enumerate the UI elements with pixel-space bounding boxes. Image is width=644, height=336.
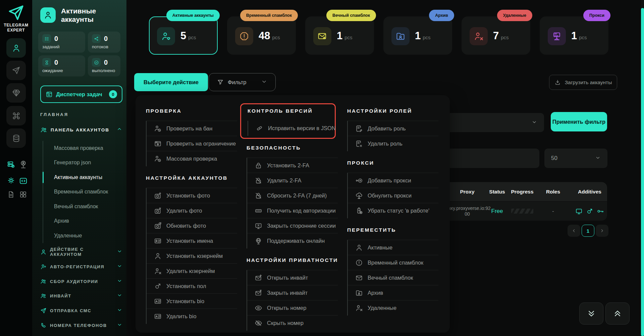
scroll-to-bottom-button[interactable]	[579, 302, 603, 325]
rail-document-button[interactable]	[7, 190, 15, 199]
pagination-next-button[interactable]	[596, 225, 608, 237]
apply-filter-button[interactable]: Применить фильтр	[551, 112, 607, 131]
rail-user-network-button[interactable]	[19, 160, 28, 169]
menu-item-delete-bio[interactable]: Удалить bio	[147, 309, 237, 324]
sidebar-item-temp-spamblock[interactable]: Временный спамблок	[43, 185, 122, 200]
rail-grid-button[interactable]	[19, 190, 27, 199]
male-icon[interactable]	[586, 208, 593, 215]
rail-command-button[interactable]	[6, 106, 26, 125]
sidebar-item-audience-collection[interactable]: СБОР АУДИТОРИИ	[40, 276, 122, 287]
envelope-icon	[355, 274, 363, 282]
user-icon	[44, 11, 52, 19]
rail-server-check-button[interactable]	[7, 160, 15, 169]
menu-item-close-sessions[interactable]: Закрыть сторонние сессии	[247, 218, 338, 233]
stat-card-active-accounts[interactable]: Активные аккаунты 5pcs	[149, 16, 218, 55]
pagination-current-page[interactable]: 1	[582, 225, 594, 237]
stat-card-temp-spamblock[interactable]: Временный спамблок 48pcs	[227, 16, 296, 55]
menu-item-add-role[interactable]: Добавить роль	[348, 121, 438, 136]
menu-item-set-bio[interactable]: Установить bio	[147, 294, 237, 309]
section-label-home: ГЛАВНАЯ	[40, 112, 68, 117]
card-value: 1	[337, 30, 342, 42]
sidebar-item-account-actions[interactable]: ДЕЙСТВИЕ С АККАУНТОМ	[40, 246, 122, 257]
eye-icon	[255, 304, 262, 312]
menu-item-move-active[interactable]: Активные	[348, 240, 438, 255]
filter-dropdown-button[interactable]: Фильтр	[209, 73, 276, 91]
menu-item-add-proxy[interactable]: Добавить прокси	[348, 173, 438, 188]
logo-text-line2: EXPERT	[0, 28, 32, 33]
menu-item-set-names[interactable]: Установить имена	[147, 233, 237, 248]
sidebar-item-perm-spamblock[interactable]: Вечный спамблок	[43, 199, 122, 214]
sidebar-item-accounts-panel[interactable]: ПАНЕЛЬ АККАУНТОВ	[40, 124, 122, 135]
menu-item-reset-proxy[interactable]: Обнулить прокси	[348, 188, 438, 203]
sidebar-item-phone-numbers[interactable]: НОМЕРА ТЕЛЕФОНОВ	[40, 320, 122, 331]
task-manager-button[interactable]: Диспетчер задач 0	[40, 86, 122, 103]
menu-item-get-auth-code[interactable]: Получить код авторизации	[247, 203, 338, 218]
menu-item-open-number[interactable]: Открыть номер	[247, 300, 338, 316]
menu-item-move-archive[interactable]: Архив	[348, 285, 438, 300]
monitor-icon[interactable]	[575, 208, 583, 215]
rail-code-window-button[interactable]	[19, 176, 28, 185]
database-icon	[12, 134, 21, 143]
menu-section-proxy: ПРОКСИ	[347, 160, 438, 167]
column-header-roles: Roles	[546, 182, 560, 201]
sidebar-item-active-accounts[interactable]: Активные аккаунты	[43, 170, 122, 185]
rail-sender-button[interactable]	[6, 61, 26, 80]
menu-item-remove-working-status[interactable]: Убрать статус 'в работе'	[348, 203, 438, 218]
cell-additives	[575, 202, 604, 221]
stat-card-archive[interactable]: Архив 1pcs	[383, 16, 452, 55]
rail-accounts-button[interactable]	[6, 38, 26, 58]
server-check-icon	[7, 160, 15, 169]
sidebar-item-mass-check[interactable]: Массовая проверка	[43, 141, 122, 156]
sidebar-item-archive[interactable]: Архив	[43, 214, 122, 229]
cell-progress	[511, 202, 533, 221]
sidebar-item-auto-registration[interactable]: АВТО-РЕГИСТРАЦИЯ	[40, 261, 122, 272]
menu-item-move-deleted[interactable]: Удаленные	[348, 300, 438, 316]
menu-item-set-gender[interactable]: Установить пол	[147, 279, 237, 294]
upload-accounts-button[interactable]: Загрузить аккаунты	[549, 75, 617, 90]
sidebar-item-deleted[interactable]: Удаленные	[43, 228, 122, 243]
menu-item-hide-number[interactable]: Скрыть номер	[247, 316, 338, 331]
menu-item-reset-2fa[interactable]: Сбросить 2-FA (7 дней)	[247, 188, 338, 203]
menu-item-move-temp-spamblock[interactable]: Временный спамблок	[348, 255, 438, 270]
scroll-to-top-button[interactable]	[605, 302, 630, 325]
menu-item-check-restriction[interactable]: Проверить на ограничение	[147, 136, 237, 151]
menu-item-delete-photo[interactable]: Удалить фото	[147, 203, 237, 218]
menu-item-delete-username[interactable]: Удалить юзернейм	[147, 264, 237, 279]
stat-card-deleted[interactable]: Удаленные 7pcs	[462, 16, 530, 55]
menu-item-mass-check[interactable]: Массовая проверка	[147, 151, 237, 166]
menu-item-set-2fa[interactable]: Установить 2-FA	[247, 158, 338, 173]
action-dropdown-menu: ПРОВЕРКА Проверить на бан Проверить на о…	[136, 95, 450, 333]
menu-item-check-ban[interactable]: Проверить на бан	[147, 121, 237, 136]
page-scrollbar[interactable]	[641, 0, 644, 336]
page-size-select[interactable]: 50	[544, 149, 607, 168]
menu-item-close-invite[interactable]: Закрыть инвайт	[247, 285, 338, 300]
menu-item-set-photo[interactable]: Установить фото	[147, 188, 237, 203]
pagination-prev-button[interactable]	[568, 225, 580, 237]
menu-item-delete-role[interactable]: Удалить роль	[348, 136, 438, 151]
globe-icon	[255, 237, 262, 245]
scrollbar-thumb[interactable]	[641, 8, 644, 336]
double-chevron-up-icon	[612, 309, 623, 319]
checklist-icon	[42, 34, 51, 43]
rail-database-button[interactable]	[6, 128, 26, 148]
sidebar-item-sms-sending[interactable]: ОТПРАВКА СМС	[40, 305, 122, 316]
users-icon	[40, 293, 47, 299]
sidebar-item-invite[interactable]: ИНВАЙТ	[40, 290, 122, 301]
menu-item-update-photo[interactable]: Обновить фото	[147, 218, 237, 233]
user-heart-icon	[157, 27, 175, 45]
cell-roles: -	[552, 202, 554, 221]
stat-card-proxy[interactable]: Прокси 1pcs	[540, 16, 608, 55]
key-icon[interactable]	[597, 208, 604, 215]
sidebar-item-json-generator[interactable]: Генератор json	[43, 156, 122, 170]
menu-item-set-username[interactable]: Установить юзернейм	[147, 248, 237, 264]
rail-settings-button[interactable]	[7, 176, 15, 185]
menu-item-move-perm-spamblock[interactable]: Вечный спамблок	[348, 270, 438, 285]
menu-item-delete-2fa[interactable]: Удалить 2-FA	[247, 173, 338, 188]
menu-item-fix-versions-json[interactable]: Исправить версии в JSON	[248, 121, 333, 136]
stat-card-perm-spamblock[interactable]: Вечный спамблок 1pcs	[305, 16, 374, 55]
menu-item-keep-online[interactable]: Поддерживать онлайн	[247, 233, 338, 248]
card-badge: Временный спамблок	[240, 10, 298, 21]
rail-premium-button[interactable]	[6, 83, 26, 103]
select-action-button[interactable]: Выберите действие	[134, 73, 208, 91]
menu-item-open-invite[interactable]: Открыть инвайт	[247, 270, 338, 285]
